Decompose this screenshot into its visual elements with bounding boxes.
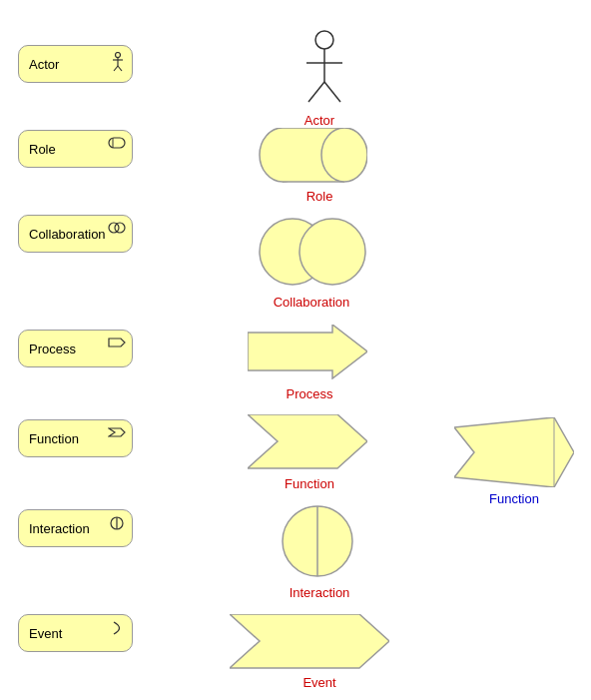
collaboration-large: [258, 215, 367, 293]
role-large: [258, 128, 367, 186]
actor-box-label: Actor: [29, 57, 59, 72]
svg-marker-10: [109, 428, 125, 436]
svg-marker-26: [248, 414, 367, 468]
role-label: Role: [280, 189, 359, 204]
event-box-label: Event: [29, 626, 62, 641]
function-box[interactable]: Function: [18, 419, 133, 457]
function-large: [248, 414, 367, 472]
collaboration-box-icon: [108, 222, 126, 236]
process-large: [248, 325, 367, 382]
function-box-label: Function: [29, 431, 79, 446]
interaction-large: [278, 504, 357, 582]
collaboration-box[interactable]: Collaboration: [18, 215, 133, 253]
collaboration-label: Collaboration: [262, 295, 361, 310]
svg-line-16: [308, 82, 324, 102]
collaboration-box-label: Collaboration: [29, 227, 106, 242]
interaction-box-icon: [108, 516, 126, 532]
svg-rect-5: [109, 138, 125, 148]
event-label: Event: [270, 675, 369, 690]
svg-line-3: [114, 66, 118, 71]
interaction-label: Interaction: [270, 585, 369, 600]
svg-point-22: [321, 128, 367, 182]
svg-point-24: [299, 219, 365, 285]
interaction-box[interactable]: Interaction: [18, 509, 133, 547]
svg-marker-9: [109, 339, 125, 347]
event-large: [230, 614, 389, 672]
svg-marker-25: [248, 325, 367, 378]
event-box[interactable]: Event: [18, 614, 133, 652]
role-box-icon: [108, 137, 126, 151]
event-box-icon: [112, 621, 126, 637]
role-box-label: Role: [29, 142, 56, 157]
process-box-icon: [108, 337, 126, 350]
svg-point-13: [315, 31, 333, 49]
function-box-icon: [108, 426, 126, 440]
actor-large: [295, 30, 354, 113]
diagram-container: Actor Role Collaboration: [0, 0, 591, 700]
process-box[interactable]: Process: [18, 330, 133, 367]
svg-point-7: [109, 223, 119, 233]
svg-point-8: [115, 223, 125, 233]
svg-line-4: [118, 66, 122, 71]
svg-point-0: [116, 53, 121, 58]
process-label: Process: [270, 386, 349, 401]
actor-label: Actor: [280, 113, 359, 128]
interaction-box-label: Interaction: [29, 521, 90, 536]
actor-box-icon: [110, 52, 126, 74]
actor-box[interactable]: Actor: [18, 45, 133, 83]
svg-marker-30: [454, 417, 574, 487]
role-box[interactable]: Role: [18, 130, 133, 168]
function-right-label: Function: [459, 491, 569, 506]
function-folded-large: [454, 417, 574, 490]
svg-marker-29: [230, 614, 389, 668]
process-box-label: Process: [29, 342, 76, 356]
svg-line-17: [324, 82, 340, 102]
function-center-label: Function: [270, 476, 349, 491]
